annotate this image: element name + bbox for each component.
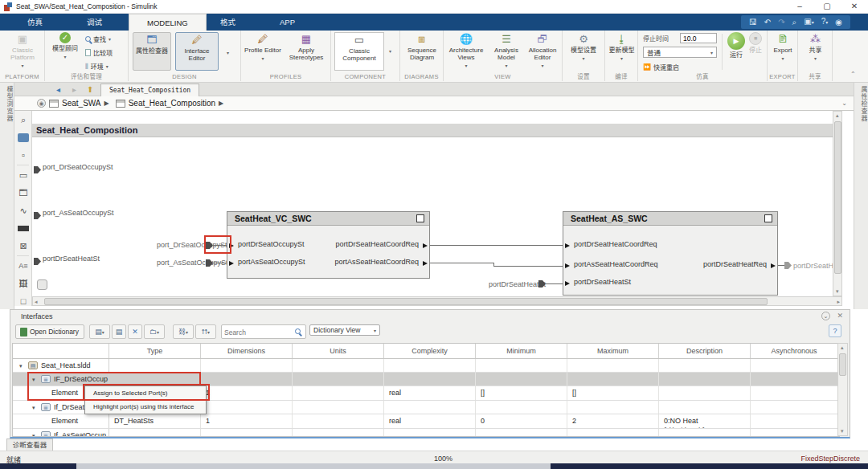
block-checkbox-icon[interactable] xyxy=(764,214,772,222)
column-header[interactable]: Complexity xyxy=(384,344,476,358)
breadcrumb-item-subsystem[interactable]: Seat_Heat_Composition xyxy=(129,99,215,108)
model-browser-strip[interactable]: 模型浏览器 xyxy=(0,86,14,122)
expand-caret-icon[interactable]: ▾ xyxy=(32,401,35,414)
output-port-icon[interactable] xyxy=(771,263,776,268)
canvas-hscrollbar[interactable]: ◂ ▸ xyxy=(32,296,842,306)
close-button[interactable]: ✕ xyxy=(842,0,866,13)
annotation-image-icon[interactable] xyxy=(18,133,29,142)
annotation-text-icon[interactable]: A≡ xyxy=(14,257,32,275)
boundary-port-icon[interactable] xyxy=(34,166,41,173)
export-button[interactable]: 🖹 Export▾ xyxy=(769,32,796,63)
classic-platform-button[interactable]: ▣ Classic Platform▾ xyxy=(5,32,40,70)
input-port-icon[interactable] xyxy=(229,261,234,266)
frame-icon[interactable]: ▫ xyxy=(14,146,32,164)
property-inspector-strip[interactable]: 属性检查器 xyxy=(854,86,868,122)
analysis-model-button[interactable]: ☰ Analysis Model▾ xyxy=(489,32,524,70)
nav-up-icon[interactable]: ⬆ xyxy=(87,84,93,95)
external-input-label[interactable]: portDrSeatHeatSt xyxy=(43,255,100,263)
column-header[interactable]: Units xyxy=(293,344,384,358)
solver-name[interactable]: FixedStepDiscrete xyxy=(800,455,860,463)
block-header[interactable]: SeatHeat_AS_SWC xyxy=(563,212,777,226)
scroll-left-icon[interactable]: ◂ xyxy=(35,299,38,305)
diagnostic-viewer-tab[interactable]: 诊断查看器 xyxy=(6,438,53,451)
search-input[interactable] xyxy=(224,327,292,337)
column-header[interactable]: Minimum xyxy=(476,344,567,358)
architecture-views-button[interactable]: 🌐 Architecture Views▾ xyxy=(445,32,487,70)
output-port-icon[interactable] xyxy=(423,243,428,248)
help-icon[interactable]: ?▾ xyxy=(821,14,829,30)
scroll-right-icon[interactable]: ▸ xyxy=(837,299,840,305)
open-dictionary-button[interactable]: Open Dictionary xyxy=(15,324,84,339)
table-vscrollbar[interactable]: ▴ ▾ xyxy=(837,343,848,436)
capture-icon[interactable]: ▣▾ xyxy=(804,14,813,30)
feeder-label[interactable]: portDrSeatHeatSt xyxy=(489,280,537,288)
expand-caret-icon[interactable]: ▾ xyxy=(32,429,35,436)
nav-back-icon[interactable]: ◂ xyxy=(56,84,60,95)
collapse-ribbon-icon[interactable]: ⌃ xyxy=(850,71,856,78)
nav-forward-icon[interactable]: ▸ xyxy=(72,84,76,95)
column-header[interactable] xyxy=(13,344,109,358)
minimize-button[interactable]: – xyxy=(788,0,812,13)
block-port-label[interactable]: portAsSeatHeatCoordReq xyxy=(334,258,419,266)
profile-editor-button[interactable]: 🖉 Profile Editor▾ xyxy=(244,32,281,63)
link-button[interactable]: ⛓▾ xyxy=(173,324,194,339)
panel-menu-icon[interactable]: ⌄ xyxy=(821,312,830,320)
update-model-button[interactable]: ⭳ 更新模型▾ xyxy=(607,32,637,63)
block-port-label[interactable]: portDrSeatHeatReq xyxy=(703,260,767,268)
feeder-label[interactable]: port_DrSeatOccupySt xyxy=(157,241,205,249)
image-icon[interactable]: 🖽 xyxy=(14,275,32,292)
run-button[interactable]: ▶ 运行 xyxy=(725,32,747,59)
table-row[interactable]: ▾ ≣ If_AsSeatOccup xyxy=(13,429,839,436)
model-settings-button[interactable]: ⚙ 模型设置▾ xyxy=(567,32,600,63)
tab-debug[interactable]: 调试 xyxy=(69,14,120,31)
diagram-canvas[interactable]: Seat_Heat_Composition port_DrSeatOccupyS… xyxy=(32,111,842,306)
fast-restart-button[interactable]: ⏩快速重启 xyxy=(643,63,679,71)
visibility-icon[interactable]: ◉ xyxy=(37,99,46,108)
sequence-diagram-button[interactable]: 🗉 Sequence Diagram xyxy=(403,32,441,61)
stop-time-input[interactable] xyxy=(680,33,717,43)
scroll-up-icon[interactable]: ▴ xyxy=(841,345,844,351)
boundary-port-icon[interactable] xyxy=(34,212,41,219)
stop-button[interactable]: ■ 停止 xyxy=(746,32,765,54)
block-seatheat-as-swc[interactable]: SeatHeat_AS_SWC portDrSeatHeatCoordReq p… xyxy=(563,211,778,296)
maximize-button[interactable]: ▢ xyxy=(815,0,839,13)
apply-stereotypes-button[interactable]: ▦ Apply Stereotypes xyxy=(285,32,328,61)
allocation-editor-button[interactable]: 🗗 Allocation Editor▾ xyxy=(524,32,561,70)
environment-button[interactable]: ⫼环境▾ xyxy=(85,62,108,71)
signal-wire[interactable] xyxy=(778,265,784,266)
input-port-icon[interactable] xyxy=(565,281,570,286)
signal-box-icon[interactable]: ⊠ xyxy=(14,237,32,255)
column-header[interactable]: Maximum xyxy=(567,344,659,358)
signal-wire[interactable] xyxy=(430,245,563,246)
signal-wire[interactable] xyxy=(493,266,563,267)
external-input-label[interactable]: port_DrSeatOccupySt xyxy=(43,163,113,171)
breadcrumb-expand-icon[interactable]: ⌄ xyxy=(841,100,847,107)
block-port-label[interactable]: portDrSeatHeatSt xyxy=(574,278,631,286)
delete-icon[interactable]: ✕ xyxy=(128,324,142,339)
account-icon[interactable]: ◉ xyxy=(835,15,842,29)
document-tab[interactable]: Seat_Heat_Composition xyxy=(100,84,199,96)
block-checkbox-icon[interactable] xyxy=(416,214,424,222)
classic-component-button[interactable]: ▭ Classic Component xyxy=(334,32,384,71)
subsystem-icon-tool[interactable]: ▭ xyxy=(14,166,32,184)
scroll-up-icon[interactable]: ▴ xyxy=(836,112,839,119)
table-row[interactable]: Element DT_HeatSts 1 real 0 2 0:NO Heat1… xyxy=(13,414,839,429)
tab-simulation[interactable]: 仿真 xyxy=(10,14,60,31)
table-row[interactable]: ▾ ▤ Seat_Heat.sldd xyxy=(13,359,839,373)
undo-icon[interactable]: ↶ xyxy=(764,15,771,29)
block-port-label[interactable]: portDrSeatHeatCoordReq xyxy=(574,240,657,248)
block-seatheat-vc-swc[interactable]: SeatHeat_VC_SWC portDrSeatOccupySt portA… xyxy=(227,211,430,279)
move-button[interactable]: ⮅▾ xyxy=(195,324,216,339)
column-header[interactable]: Type xyxy=(109,344,201,358)
tab-app[interactable]: APP xyxy=(262,14,313,31)
add-interface-button[interactable]: ▤▾ xyxy=(89,324,110,339)
external-input-label[interactable]: port_AsSeatOccupySt xyxy=(43,209,114,217)
area-icon[interactable]: 🗔 xyxy=(14,184,32,202)
column-header[interactable]: Description xyxy=(659,344,751,358)
boundary-port-icon[interactable] xyxy=(34,258,41,265)
share-button[interactable]: ⁂ 共享▾ xyxy=(802,32,829,63)
signal-wave-icon[interactable]: ∿ xyxy=(14,202,32,219)
find-button[interactable]: 查找▾ xyxy=(85,35,111,43)
feeder-label[interactable]: port_AsSeatOccupySt xyxy=(157,259,205,267)
design-more-icon[interactable]: ▾ xyxy=(227,50,229,55)
